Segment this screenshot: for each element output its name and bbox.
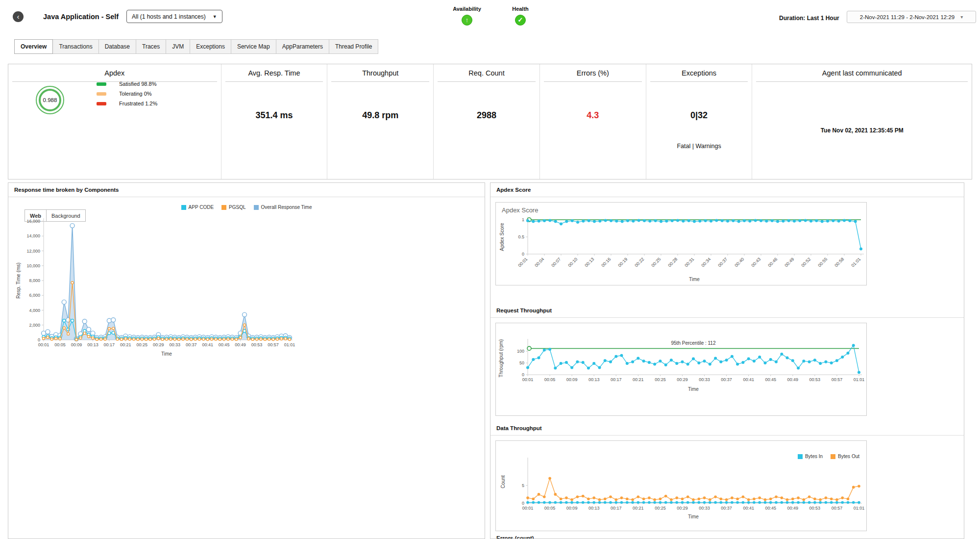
svg-text:01:01: 01:01 <box>854 377 865 382</box>
svg-text:00:49: 00:49 <box>235 342 246 347</box>
svg-text:00:09: 00:09 <box>566 506 578 511</box>
svg-text:00:01: 00:01 <box>38 342 49 347</box>
svg-text:00:49: 00:49 <box>787 506 799 511</box>
summary-row: Apdex 0.988 Satisfied 98.8%Tolerating 0%… <box>8 64 972 180</box>
date-range-value: 2-Nov-2021 11:29 - 2-Nov-2021 12:29 <box>860 14 955 20</box>
svg-text:0: 0 <box>522 501 524 506</box>
svg-text:14,000: 14,000 <box>26 233 40 238</box>
legend-app-code[interactable]: APP CODE <box>181 205 214 210</box>
right-column: Apdex Score Apdex Score 00.5100:0100:040… <box>490 182 964 539</box>
svg-text:00:37: 00:37 <box>717 257 728 268</box>
svg-text:95th Percentile : 112: 95th Percentile : 112 <box>671 340 716 346</box>
svg-text:Time: Time <box>688 386 699 392</box>
apdex-legend-chip <box>97 102 106 105</box>
legend-color-chip <box>254 205 259 210</box>
svg-text:00:55: 00:55 <box>817 257 828 268</box>
svg-text:5: 5 <box>522 483 524 488</box>
errors-card: Errors (%) 4.3 <box>540 64 646 179</box>
svg-text:00:33: 00:33 <box>169 342 180 347</box>
svg-text:Resp. Time (ms): Resp. Time (ms) <box>16 262 21 298</box>
svg-text:00:49: 00:49 <box>787 377 799 382</box>
tab-jvm[interactable]: JVM <box>166 39 190 54</box>
date-range-picker[interactable]: 2-Nov-2021 11:29 - 2-Nov-2021 12:29 ▾ <box>847 11 976 23</box>
legend-bytes-in[interactable]: Bytes In <box>798 454 823 459</box>
legend-color-chip <box>181 205 186 210</box>
legend-pgsql[interactable]: PGSQL <box>221 205 245 210</box>
data-throughput-panel-title: Data Throughput <box>490 421 964 436</box>
svg-text:00:17: 00:17 <box>611 506 622 511</box>
chevron-down-icon: ▼ <box>213 14 217 19</box>
svg-text:00:31: 00:31 <box>684 257 695 268</box>
svg-text:00:01: 00:01 <box>517 257 528 268</box>
tab-transactions[interactable]: Transactions <box>52 39 98 54</box>
back-button[interactable]: ‹ <box>13 11 24 22</box>
svg-text:00:45: 00:45 <box>219 342 230 347</box>
tab-appparameters[interactable]: AppParameters <box>276 39 329 54</box>
legend-color-chip <box>798 454 803 459</box>
tab-overview[interactable]: Overview <box>14 39 53 54</box>
apdex-score-panel-title: Apdex Score <box>490 183 964 197</box>
exceptions-value: 0|32 <box>646 110 752 121</box>
svg-text:00:05: 00:05 <box>544 377 556 382</box>
apdex-score-value: 0.988 <box>43 97 57 103</box>
svg-text:00:28: 00:28 <box>667 257 678 268</box>
tab-database[interactable]: Database <box>98 39 136 54</box>
exceptions-subtitle: Fatal | Warnings <box>646 143 752 150</box>
svg-text:00:37: 00:37 <box>721 377 732 382</box>
exceptions-title: Exceptions <box>650 69 748 82</box>
apdex-card: Apdex 0.988 Satisfied 98.8%Tolerating 0%… <box>8 64 221 179</box>
svg-text:0: 0 <box>522 372 524 377</box>
chevron-down-icon: ▾ <box>960 14 963 20</box>
tab-thread-profile[interactable]: Thread Profile <box>329 39 378 54</box>
legend-overall-response-time[interactable]: Overall Response Time <box>254 205 312 210</box>
request-throughput-chart-box: 05010000:0100:0500:0900:1300:1700:2100:2… <box>495 323 867 416</box>
svg-text:00:13: 00:13 <box>87 342 98 347</box>
page-title: Java Application - Self <box>43 13 119 21</box>
back-arrow-icon: ‹ <box>17 12 20 21</box>
svg-text:01:01: 01:01 <box>284 342 295 347</box>
svg-text:8,000: 8,000 <box>29 278 40 283</box>
svg-text:00:09: 00:09 <box>566 377 578 382</box>
legend-bytes-out[interactable]: Bytes Out <box>831 454 859 459</box>
tab-traces[interactable]: Traces <box>136 39 166 54</box>
svg-text:00:53: 00:53 <box>251 342 263 347</box>
legend-color-chip <box>221 205 226 210</box>
svg-text:00:40: 00:40 <box>734 257 745 268</box>
svg-text:00:37: 00:37 <box>721 506 732 511</box>
svg-text:Time: Time <box>688 514 699 519</box>
svg-text:01:01: 01:01 <box>850 257 861 268</box>
svg-text:00:53: 00:53 <box>809 377 821 382</box>
avg-resp-time-card: Avg. Resp. Time 351.4 ms <box>221 64 328 179</box>
legend-label: Bytes In <box>805 454 823 459</box>
host-instance-selector[interactable]: All (1 hosts and 1 instances) ▼ <box>126 10 222 23</box>
apdex-legend-row: Satisfied 98.8% <box>97 81 157 87</box>
apdex-gauge: 0.988 <box>36 86 64 114</box>
svg-text:0.5: 0.5 <box>518 234 524 239</box>
svg-text:00:25: 00:25 <box>137 342 148 347</box>
svg-text:10,000: 10,000 <box>26 263 40 268</box>
response-components-panel-title: Response time broken by Components <box>8 183 485 197</box>
errors-title: Errors (%) <box>544 69 642 82</box>
svg-text:00:46: 00:46 <box>767 257 778 268</box>
avg-resp-time-title: Avg. Resp. Time <box>225 69 323 82</box>
svg-text:00:53: 00:53 <box>809 506 821 511</box>
svg-text:00:21: 00:21 <box>120 342 131 347</box>
svg-text:00:49: 00:49 <box>784 257 795 268</box>
req-count-title: Req. Count <box>438 69 536 82</box>
health-status: Health ✓ <box>505 6 536 26</box>
duration-label: Duration: Last 1 Hour <box>779 15 839 22</box>
tabs: OverviewTransactionsDatabaseTracesJVMExc… <box>15 39 378 54</box>
throughput-card: Throughput 49.8 rpm <box>327 64 434 179</box>
health-label: Health <box>505 6 536 12</box>
svg-text:Time: Time <box>161 351 172 357</box>
tab-service-map[interactable]: Service Map <box>231 39 276 54</box>
tab-exceptions[interactable]: Exceptions <box>190 39 231 54</box>
svg-text:00:57: 00:57 <box>832 377 843 382</box>
svg-text:00:13: 00:13 <box>588 377 600 382</box>
legend-label: Overall Response Time <box>261 205 312 210</box>
req-count-value: 2988 <box>434 110 539 121</box>
request-throughput-chart: 05010000:0100:0500:0900:1300:1700:2100:2… <box>496 323 867 416</box>
svg-text:00:34: 00:34 <box>700 257 711 268</box>
svg-text:00:25: 00:25 <box>655 377 666 382</box>
svg-text:6,000: 6,000 <box>29 293 40 298</box>
